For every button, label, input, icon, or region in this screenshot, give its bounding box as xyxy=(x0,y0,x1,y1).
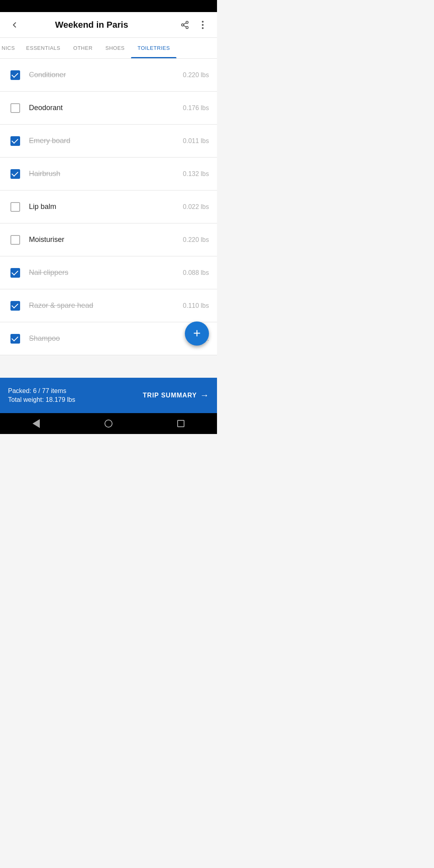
nav-bar xyxy=(0,413,217,434)
home-nav-icon xyxy=(104,420,113,428)
tab-bar: NICS ESSENTIALS OTHER SHOES TOILETRIES xyxy=(0,38,217,59)
svg-point-5 xyxy=(202,20,203,22)
list-item: Lip balm0.022 lbs xyxy=(0,190,217,223)
summary-bar: Packed: 6 / 77 items Total weight: 18.17… xyxy=(0,378,217,413)
item-name-3: Emery board xyxy=(24,137,183,145)
checkbox-5[interactable] xyxy=(6,198,24,216)
checkbox-icon-3 xyxy=(10,136,20,146)
checkbox-icon-6 xyxy=(10,235,20,245)
list-item: Deodorant0.176 lbs xyxy=(0,92,217,125)
checkbox-6[interactable] xyxy=(6,231,24,249)
more-options-button[interactable] xyxy=(194,17,211,33)
share-button[interactable] xyxy=(177,17,193,33)
svg-line-3 xyxy=(184,25,186,27)
list-item: Conditioner0.220 lbs xyxy=(0,59,217,92)
recents-nav-icon xyxy=(177,420,184,427)
checkbox-9[interactable] xyxy=(6,330,24,348)
checkbox-icon-5 xyxy=(10,202,20,212)
svg-line-4 xyxy=(184,23,186,24)
recents-nav-button[interactable] xyxy=(169,416,193,432)
item-weight-2: 0.176 lbs xyxy=(183,104,211,112)
item-name-7: Nail clippers xyxy=(24,268,183,277)
tab-toiletries[interactable]: TOILETRIES xyxy=(131,38,176,58)
item-weight-5: 0.022 lbs xyxy=(183,203,211,211)
tab-shoes[interactable]: SHOES xyxy=(99,38,131,58)
back-nav-button[interactable] xyxy=(24,416,48,432)
total-weight: Total weight: 18.179 lbs xyxy=(8,395,143,404)
item-weight-4: 0.132 lbs xyxy=(183,170,211,178)
trip-summary-button[interactable]: TRIP SUMMARY → xyxy=(143,390,209,401)
action-buttons xyxy=(177,17,211,33)
tab-other[interactable]: OTHER xyxy=(67,38,99,58)
add-item-button[interactable]: + xyxy=(185,321,209,346)
checkbox-icon-2 xyxy=(10,103,20,113)
app-bar: Weekend in Paris xyxy=(0,12,217,38)
back-nav-icon xyxy=(33,419,40,428)
checkbox-icon-9 xyxy=(10,334,20,344)
list-item: Emery board0.011 lbs xyxy=(0,125,217,158)
item-name-5: Lip balm xyxy=(24,203,183,211)
checkbox-icon-1 xyxy=(10,70,20,80)
checkbox-3[interactable] xyxy=(6,132,24,150)
summary-text: Packed: 6 / 77 items Total weight: 18.17… xyxy=(8,387,143,405)
item-name-2: Deodorant xyxy=(24,104,183,112)
item-weight-7: 0.088 lbs xyxy=(183,269,211,276)
item-weight-6: 0.220 lbs xyxy=(183,236,211,244)
tab-essentials[interactable]: ESSENTIALS xyxy=(20,38,67,58)
list-item: Razor & spare head0.110 lbs xyxy=(0,289,217,322)
tab-nics[interactable]: NICS xyxy=(0,38,20,58)
list-container: Conditioner0.220 lbsDeodorant0.176 lbsEm… xyxy=(0,59,217,378)
item-name-8: Razor & spare head xyxy=(24,301,183,310)
checkbox-4[interactable] xyxy=(6,165,24,183)
checkbox-icon-8 xyxy=(10,301,20,311)
item-name-1: Conditioner xyxy=(24,71,183,79)
items-list: Conditioner0.220 lbsDeodorant0.176 lbsEm… xyxy=(0,59,217,355)
status-bar xyxy=(0,0,217,12)
svg-point-6 xyxy=(202,24,203,25)
list-item: Hairbrush0.132 lbs xyxy=(0,158,217,190)
plus-icon: + xyxy=(193,327,201,340)
item-name-4: Hairbrush xyxy=(24,170,183,178)
item-name-6: Moisturiser xyxy=(24,235,183,244)
checkbox-icon-4 xyxy=(10,169,20,179)
item-weight-3: 0.011 lbs xyxy=(183,137,211,145)
item-weight-1: 0.220 lbs xyxy=(183,72,211,79)
svg-point-7 xyxy=(202,27,203,29)
arrow-right-icon: → xyxy=(200,390,209,401)
item-name-9: Shampoo xyxy=(24,334,194,343)
home-nav-button[interactable] xyxy=(96,416,121,432)
item-weight-8: 0.110 lbs xyxy=(183,302,211,309)
packed-count: Packed: 6 / 77 items xyxy=(8,387,143,395)
checkbox-7[interactable] xyxy=(6,264,24,282)
checkbox-icon-7 xyxy=(10,268,20,278)
list-item: Shampoo0.1... xyxy=(0,322,217,355)
checkbox-8[interactable] xyxy=(6,297,24,315)
checkbox-1[interactable] xyxy=(6,66,24,84)
list-item: Moisturiser0.220 lbs xyxy=(0,223,217,256)
list-item: Nail clippers0.088 lbs xyxy=(0,256,217,289)
page-title: Weekend in Paris xyxy=(6,20,177,30)
checkbox-2[interactable] xyxy=(6,99,24,117)
trip-summary-label: TRIP SUMMARY xyxy=(143,392,197,399)
